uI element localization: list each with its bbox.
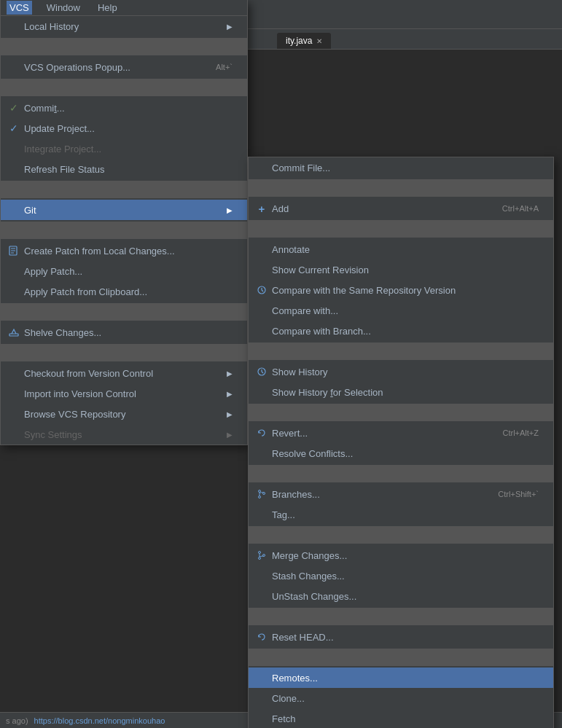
git-separator-6 [249, 526, 553, 544]
show-history-selection-icon [254, 385, 269, 399]
git-menu-item-compare-with[interactable]: Compare with... [249, 300, 553, 321]
add-label: Add [272, 203, 485, 214]
svg-point-15 [259, 552, 261, 554]
menu-item-commit[interactable]: ✓ Commit... [1, 98, 247, 118]
git-separator-5 [249, 465, 553, 482]
git-separator-7 [249, 608, 553, 625]
git-label: Git [24, 205, 221, 216]
remotes-label: Remotes... [272, 673, 539, 684]
integrate-project-label: Integrate Project... [24, 144, 233, 154]
git-menu-item-tag[interactable]: Tag... [249, 504, 553, 525]
compare-same-repo-icon [254, 283, 269, 297]
vcs-menu-label[interactable]: VCS [7, 1, 32, 15]
tab-ity-java[interactable]: ity.java ✕ [277, 33, 331, 49]
git-arrow: ▶ [227, 206, 233, 214]
git-menu-item-add[interactable]: + Add Ctrl+Alt+A [249, 198, 553, 219]
commit-icon: ✓ [7, 101, 21, 115]
git-menu-item-merge-changes[interactable]: Merge Changes... [249, 545, 553, 565]
svg-point-16 [259, 557, 261, 560]
show-history-label: Show History [272, 367, 539, 377]
tab-close-button[interactable]: ✕ [316, 37, 322, 45]
git-menu-item-show-history[interactable]: Show History [249, 361, 553, 382]
git-menu-item-compare-with-branch[interactable]: Compare with Branch... [249, 321, 553, 341]
git-menu-item-show-history-selection[interactable]: Show History for Selection [249, 382, 553, 402]
add-icon: + [254, 201, 269, 216]
git-menu-item-clone[interactable]: Clone... [249, 688, 553, 708]
resolve-conflicts-label: Resolve Conflicts... [272, 448, 539, 459]
git-separator-4 [249, 404, 553, 421]
status-url[interactable]: https://blog.csdn.net/nongminkouhao [34, 716, 165, 725]
local-history-label: Local History [24, 21, 221, 32]
update-project-icon: ✓ [7, 121, 21, 136]
git-menu-item-unstash-changes[interactable]: UnStash Changes... [249, 586, 553, 606]
menu-item-checkout-version-control[interactable]: Checkout from Version Control ▶ [1, 363, 247, 383]
import-version-control-arrow: ▶ [227, 390, 233, 398]
refresh-file-status-label: Refresh File Status [24, 164, 233, 175]
sync-settings-arrow: ▶ [227, 431, 233, 439]
annotate-icon [254, 242, 269, 257]
git-submenu: Commit File... + Add Ctrl+Alt+A Annotate… [248, 157, 554, 728]
local-history-arrow: ▶ [227, 23, 233, 31]
compare-with-label: Compare with... [272, 305, 539, 316]
git-menu-item-show-current-revision[interactable]: Show Current Revision [249, 259, 553, 280]
git-menu-item-stash-changes[interactable]: Stash Changes... [249, 565, 553, 586]
update-project-label: Update Project... [24, 123, 233, 134]
local-history-icon [7, 19, 21, 34]
git-menu-item-resolve-conflicts[interactable]: Resolve Conflicts... [249, 443, 553, 463]
menu-item-create-patch[interactable]: Create Patch from Local Changes... [1, 240, 247, 261]
menu-item-integrate-project: Integrate Project... [1, 138, 247, 159]
add-shortcut: Ctrl+Alt+A [502, 204, 539, 213]
menu-item-apply-patch-clipboard[interactable]: Apply Patch from Clipboard... [1, 281, 247, 302]
compare-with-branch-label: Compare with Branch... [272, 326, 539, 337]
checkout-version-control-arrow: ▶ [227, 369, 233, 377]
separator-6 [1, 344, 247, 361]
browse-vcs-repository-label: Browse VCS Repository [24, 409, 221, 420]
clone-icon [254, 691, 269, 705]
git-separator-3 [249, 343, 553, 360]
apply-patch-clipboard-icon [7, 284, 21, 299]
git-menu-item-remotes[interactable]: Remotes... [249, 668, 553, 688]
menu-item-shelve-changes[interactable]: Shelve Changes... [1, 322, 247, 343]
sync-settings-icon [7, 427, 21, 442]
menu-item-git[interactable]: Git ▶ [1, 200, 247, 220]
commit-file-icon [254, 160, 269, 175]
help-menu-label[interactable]: Help [95, 1, 120, 15]
apply-patch-icon [7, 264, 21, 278]
show-history-icon [254, 364, 269, 379]
git-menu-item-branches[interactable]: Branches... Ctrl+Shift+` [249, 484, 553, 504]
menu-item-import-version-control[interactable]: Import into Version Control ▶ [1, 383, 247, 404]
menu-item-browse-vcs-repository[interactable]: Browse VCS Repository ▶ [1, 404, 247, 424]
vcs-operations-shortcut: Alt+` [216, 63, 233, 71]
menu-item-vcs-operations[interactable]: VCS Operations Popup... Alt+` [1, 57, 247, 77]
shelve-changes-label: Shelve Changes... [24, 327, 233, 338]
svg-point-12 [259, 496, 261, 498]
git-menu-item-reset-head[interactable]: Reset HEAD... [249, 627, 553, 647]
compare-same-repo-label: Compare with the Same Repository Version [272, 285, 539, 296]
reset-head-icon [254, 630, 269, 644]
git-menu-item-commit-file[interactable]: Commit File... [249, 157, 553, 178]
git-menu-item-fetch[interactable]: Fetch [249, 708, 553, 728]
window-menu-label[interactable]: Window [44, 1, 83, 15]
branches-label: Branches... [272, 489, 480, 500]
git-menu-item-compare-same-repo[interactable]: Compare with the Same Repository Version [249, 280, 553, 300]
unstash-changes-label: UnStash Changes... [272, 591, 539, 602]
tag-icon [254, 507, 269, 522]
menu-item-local-history[interactable]: Local History ▶ [1, 16, 247, 36]
unstash-changes-icon [254, 589, 269, 603]
menu-item-refresh-file-status[interactable]: Refresh File Status [1, 159, 247, 179]
vcs-operations-label: VCS Operations Popup... [24, 62, 198, 73]
remotes-icon [254, 670, 269, 685]
separator-1 [1, 38, 247, 55]
menu-item-update-project[interactable]: ✓ Update Project... [1, 118, 247, 138]
revert-icon [254, 426, 269, 440]
svg-rect-4 [9, 334, 18, 336]
menu-item-sync-settings: Sync Settings ▶ [1, 424, 247, 445]
compare-with-icon [254, 303, 269, 318]
menu-item-apply-patch[interactable]: Apply Patch... [1, 261, 247, 281]
tag-label: Tag... [272, 509, 539, 520]
branches-icon [254, 487, 269, 501]
branches-shortcut: Ctrl+Shift+` [498, 490, 539, 498]
checkout-version-control-icon [7, 366, 21, 380]
git-menu-item-revert[interactable]: Revert... Ctrl+Alt+Z [249, 423, 553, 443]
git-menu-item-annotate[interactable]: Annotate [249, 239, 553, 259]
